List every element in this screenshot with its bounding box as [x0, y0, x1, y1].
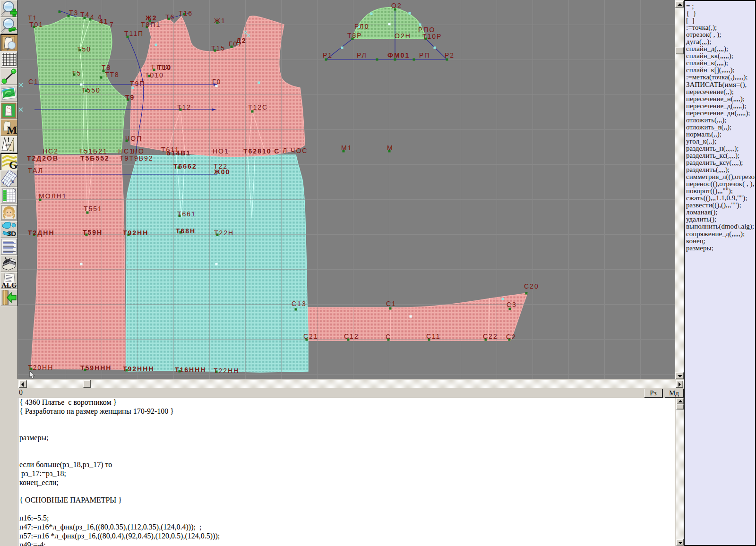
svg-text:С1: С1: [386, 300, 396, 307]
svg-text:Т9: Т9: [125, 94, 135, 101]
svg-text:С22: С22: [483, 333, 498, 340]
svg-text:Т92ННН: Т92ННН: [123, 365, 154, 373]
svg-text:НО: НО: [133, 147, 145, 155]
svg-text:Г0: Г0: [212, 78, 221, 85]
svg-text:7: 7: [2, 180, 5, 186]
svg-text:Т2Д2ОВ: Т2Д2ОВ: [27, 154, 59, 162]
svg-text:Р2: Р2: [445, 51, 455, 59]
svg-text:Т11П: Т11П: [124, 30, 144, 37]
svg-text:Т2ДНН: Т2ДНН: [28, 229, 55, 237]
svg-text:Т22НН: Т22НН: [214, 367, 239, 375]
svg-text:41: 41: [99, 17, 109, 25]
svg-text:С2: С2: [506, 333, 516, 341]
svg-text:ФМ01: ФМ01: [387, 51, 410, 59]
svg-text:Т010: Т010: [145, 71, 164, 79]
svg-text:Т12С: Т12С: [248, 103, 268, 111]
svg-text:С20: С20: [524, 282, 539, 290]
svg-text:Т6662: Т6662: [173, 162, 197, 170]
svg-text:О2: О2: [391, 2, 402, 9]
svg-text:АЛЯ: АЛЯ: [5, 144, 11, 146]
svg-text:Т50: Т50: [77, 45, 91, 53]
svg-text:M: M: [7, 124, 17, 136]
svg-text:С3: С3: [507, 301, 517, 308]
svg-text:Л ЧОС: Л ЧОС: [283, 147, 308, 154]
svg-text:7: 7: [110, 21, 114, 28]
svg-text:G: G: [9, 159, 17, 170]
svg-text:Т661: Т661: [177, 210, 196, 218]
svg-text:С12: С12: [344, 333, 359, 340]
svg-text:Т16: Т16: [179, 9, 193, 17]
svg-text:Т16ННН: Т16ННН: [175, 366, 206, 374]
svg-text:С11: С11: [426, 333, 441, 340]
svg-text:Т5Б552: Т5Б552: [80, 154, 110, 162]
svg-text:Т15: Т15: [211, 44, 225, 52]
svg-text:Т6: Т6: [165, 13, 175, 21]
svg-text:Т5: Т5: [72, 69, 81, 77]
svg-text:О2Н: О2Н: [395, 32, 411, 40]
svg-text:Д2: Д2: [236, 37, 247, 44]
svg-text:ТТ8: ТТ8: [105, 71, 120, 78]
svg-text:С1: С1: [28, 78, 39, 85]
svg-text:Т8Р: Т8Р: [347, 32, 362, 39]
svg-text:РП: РП: [419, 51, 430, 59]
svg-text:ALG: ALG: [1, 282, 17, 289]
svg-text:НС1: НС1: [118, 147, 134, 155]
svg-text:3D: 3D: [7, 230, 16, 238]
svg-text:ТАЛ: ТАЛ: [28, 167, 43, 174]
svg-text:Т22Н: Т22Н: [214, 229, 234, 237]
svg-text:Т59Н: Т59Н: [83, 229, 103, 236]
svg-text:б14В1: б14В1: [166, 149, 191, 157]
svg-text:М: М: [387, 144, 394, 152]
svg-text:Т8: Т8: [102, 64, 111, 71]
svg-text:Т10Р: Т10Р: [422, 33, 442, 40]
svg-text:Т68Н: Т68Н: [176, 227, 196, 235]
svg-text:Т51Б21: Т51Б21: [79, 147, 108, 155]
svg-text:Ж1: Ж1: [214, 17, 226, 25]
svg-text:Т4: Т4: [80, 11, 90, 18]
svg-text:М1: М1: [341, 144, 352, 152]
svg-text:Т01: Т01: [29, 21, 43, 28]
svg-text:Р1: Р1: [323, 51, 333, 59]
svg-text:Ж00: Ж00: [214, 168, 230, 176]
svg-text:РЛ: РЛ: [357, 51, 367, 59]
svg-text:Т9П: Т9П: [130, 80, 145, 87]
svg-text:Т9Т9В92: Т9Т9В92: [120, 154, 154, 162]
svg-text:С: С: [386, 333, 391, 341]
svg-text:С21: С21: [303, 333, 318, 340]
svg-text:ЧОП: ЧОП: [125, 135, 142, 142]
svg-text:Т10: Т10: [157, 64, 172, 71]
svg-text:Т3: Т3: [69, 9, 78, 17]
svg-text:С13: С13: [292, 300, 307, 307]
svg-text:Т92НН: Т92НН: [123, 229, 148, 237]
svg-text:Т59ННН: Т59ННН: [80, 364, 112, 372]
svg-text:Т20НН: Т20НН: [28, 364, 53, 371]
svg-text:Т551: Т551: [84, 205, 103, 213]
svg-text:РЛ0: РЛ0: [354, 23, 369, 30]
svg-text:МОЛН1: МОЛН1: [39, 192, 67, 200]
svg-text:Т12: Т12: [177, 103, 191, 111]
svg-text:Т550: Т550: [82, 86, 101, 94]
svg-text:Т8П1: Т8П1: [141, 21, 161, 28]
svg-text:НС2: НС2: [43, 147, 59, 155]
svg-text:Т62810 С: Т62810 С: [243, 147, 280, 155]
svg-text:НО1: НО1: [213, 147, 229, 155]
